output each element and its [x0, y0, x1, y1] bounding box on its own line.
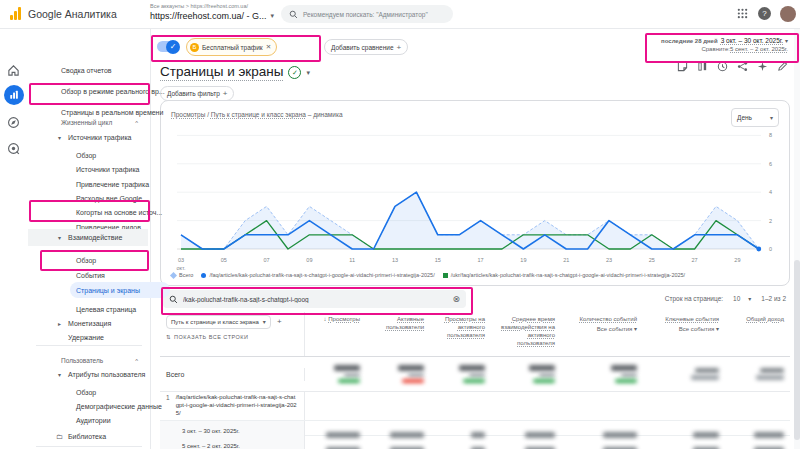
- sidebar-item-жизненный-цикл[interactable]: Жизненный цикл^: [28, 116, 148, 130]
- rows-per-page-select[interactable]: 10▾: [733, 295, 751, 302]
- sidebar-item-удержание[interactable]: Удержание: [28, 331, 148, 345]
- show-all-rows-button[interactable]: ⇅ПОКАЗАТЬ ВСЕ СТРОКИ: [166, 334, 298, 341]
- global-search-input[interactable]: Рекомендуем поискать: "Администратор": [281, 5, 453, 23]
- column-header-5[interactable]: Количество событийВсе события ▾: [561, 312, 643, 356]
- legend-item: Всего: [171, 272, 193, 278]
- page-path: /faq/articles/kak-poluchat-trafik-na-saj…: [176, 394, 298, 417]
- column-header-1[interactable]: ↓ Просмотры: [305, 312, 366, 356]
- insights-clock-icon[interactable]: [717, 61, 728, 72]
- sidebar-item-обзор[interactable]: Обзор: [28, 254, 148, 268]
- data-quality-check-icon[interactable]: ✓: [288, 66, 301, 79]
- notes-icon[interactable]: [677, 61, 688, 72]
- sidebar-item-источники-трафика[interactable]: Источники трафика: [28, 163, 148, 177]
- sidebar-item-label: Атрибуты пользователя: [68, 368, 145, 382]
- data-table: Путь к странице и класс экрана▾ +⇅ПОКАЗА…: [160, 312, 790, 449]
- svg-text:окт.: окт.: [177, 265, 186, 271]
- sidebar-item-монетизация[interactable]: ▸Монетизация: [28, 317, 148, 331]
- column-filter-select[interactable]: Все события ▾: [567, 325, 637, 333]
- compare-range-value: 5 сент. – 2 окт. 2025г.: [730, 46, 788, 52]
- edit-pencil-icon[interactable]: [777, 61, 788, 72]
- avatar[interactable]: [780, 6, 796, 22]
- svg-text:07: 07: [264, 257, 270, 263]
- column-header-6[interactable]: Ключевые событияВсе события ▾: [643, 312, 725, 356]
- caret-down-icon[interactable]: ▾: [306, 69, 310, 77]
- period-value-cell: [725, 436, 790, 449]
- sidebar-item-label: Демографические данные: [76, 400, 162, 414]
- blurred-bar: [760, 368, 784, 373]
- sidebar-item-label: Жизненный цикл: [61, 116, 112, 130]
- sidebar-item-страницы-и-экраны[interactable]: Страницы и экраны: [28, 284, 148, 298]
- interval-select[interactable]: День ▾: [731, 108, 779, 127]
- blurred-bar: [615, 379, 637, 383]
- reports-icon[interactable]: [4, 85, 24, 105]
- sidebar-item-обзор[interactable]: Обзор: [28, 386, 148, 400]
- remove-comparison-icon[interactable]: ✕: [266, 43, 271, 51]
- comparison-chip[interactable]: Б Бесплатный трафик ✕: [186, 38, 277, 56]
- add-dimension-icon[interactable]: +: [275, 317, 282, 326]
- blurred-bar: [459, 365, 485, 371]
- collapse-section-icon[interactable]: ^: [135, 354, 138, 368]
- date-range-selector[interactable]: последние 28 дней3 окт. – 30 окт. 2025г.…: [661, 37, 788, 52]
- sidebar-item-аудитории[interactable]: Аудитории: [28, 414, 148, 428]
- sidebar-item-обзор-в-режиме-реального-вр-[interactable]: Обзор в режиме реального вр...: [28, 85, 148, 99]
- dimension-selector[interactable]: Путь к странице и класс экрана▾: [166, 315, 271, 329]
- sidebar-item-целевая-страница[interactable]: Целевая страница: [28, 303, 148, 317]
- column-header-7[interactable]: Общий доход: [725, 312, 790, 356]
- apps-grid-icon[interactable]: [737, 8, 748, 19]
- total-value-cell: [366, 362, 430, 386]
- collapse-section-icon[interactable]: ^: [135, 116, 138, 130]
- sidebar-item-привлечение-трафика[interactable]: Привлечение трафика: [28, 178, 148, 192]
- home-icon[interactable]: [7, 64, 20, 77]
- table-search-input[interactable]: /kak-poluchat-trafik-na-sajt-s-chatgpt-i…: [163, 290, 466, 308]
- sidebar-item-когорты-на-основе-источ-[interactable]: Когорты на основе источ...: [28, 206, 148, 220]
- sidebar-item-библиотека[interactable]: 🗀Библиотека: [28, 430, 148, 444]
- date-preset: последние 28 дней: [661, 38, 718, 44]
- scrollbar[interactable]: [794, 28, 800, 449]
- comparison-toggle[interactable]: ✓: [157, 41, 179, 52]
- sidebar-item-пользователь[interactable]: Пользователь^: [28, 354, 148, 368]
- legend-item: /ukr/faq/articles/kak-poluchat-trafik-na…: [443, 272, 685, 278]
- add-comparison-button[interactable]: Добавить сравнение+: [324, 39, 408, 55]
- help-icon[interactable]: ?: [758, 7, 771, 20]
- expand-icon[interactable]: ▸: [58, 317, 61, 331]
- explore-icon[interactable]: [7, 116, 20, 129]
- column-header-3[interactable]: Просмотры на активного пользователя: [430, 312, 491, 356]
- sidebar-item-взаимодействие[interactable]: ▾Взаимодействие: [28, 231, 148, 245]
- expand-icon[interactable]: ▾: [58, 231, 61, 245]
- sidebar-item-обзор[interactable]: Обзор: [28, 149, 148, 163]
- clear-search-icon[interactable]: ⊗: [452, 294, 460, 304]
- sidebar-item-источники-трафика[interactable]: ▾Источники трафика: [28, 131, 148, 145]
- column-header-label: Общий доход: [746, 316, 784, 322]
- comparison-columns-icon[interactable]: [697, 61, 708, 72]
- sidebar-item-label: Библиотека: [68, 430, 106, 444]
- total-value-cell: [725, 365, 790, 383]
- column-filter-select[interactable]: Все события ▾: [649, 325, 719, 333]
- svg-text:6: 6: [769, 161, 772, 167]
- share-icon[interactable]: [737, 61, 748, 72]
- svg-text:29: 29: [734, 257, 740, 263]
- blurred-bar: [695, 368, 719, 373]
- svg-text:27: 27: [692, 257, 698, 263]
- period-value-cell: [643, 436, 725, 449]
- scrollbar-thumb[interactable]: [794, 260, 800, 440]
- blurred-bar: [539, 373, 555, 377]
- sidebar-item-label: Привлечение трафика: [76, 178, 149, 192]
- expand-icon[interactable]: ▾: [58, 131, 61, 145]
- column-header-2[interactable]: Активные пользователи: [366, 312, 430, 356]
- date-range-value: 3 окт. – 30 окт. 2025г.: [721, 37, 784, 44]
- empty-cell: [366, 392, 430, 420]
- blurred-bar: [408, 373, 424, 377]
- column-header-4[interactable]: Среднее время взаимодействия на активног…: [491, 312, 561, 356]
- sidebar-item-сводка-отчетов[interactable]: Сводка отчетов: [28, 64, 148, 78]
- sidebar-item-демографические-данные[interactable]: Демографические данные: [28, 400, 148, 414]
- add-filter-button[interactable]: Добавить фильтр+: [160, 86, 234, 101]
- sidebar-item-события[interactable]: События: [28, 269, 148, 283]
- row-dimension-cell: 1/faq/articles/kak-poluchat-trafik-na-sa…: [160, 392, 305, 420]
- sidebar-item-атрибуты-пользователя[interactable]: ▾Атрибуты пользователя: [28, 368, 148, 382]
- table-pager: Строк на странице: 10▾ 1–2 из 2: [665, 295, 786, 302]
- insights-sparkle-icon[interactable]: [757, 61, 768, 72]
- expand-icon[interactable]: ▾: [58, 368, 61, 382]
- advertising-icon[interactable]: [7, 142, 20, 155]
- sidebar-item-расходы-вне-google[interactable]: Расходы вне Google: [28, 192, 148, 206]
- property-selector[interactable]: https://freehost.com.ua/ - G... ▾: [150, 11, 274, 21]
